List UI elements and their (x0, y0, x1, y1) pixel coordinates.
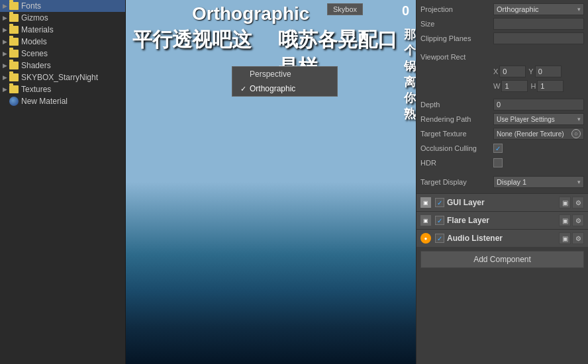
gui-layer-ref-btn[interactable]: ▣ (559, 197, 571, 208)
sidebar-label-models: Models (21, 37, 47, 46)
sidebar-item-skybox[interactable]: ▶ SKYBOX_StarryNight (0, 71, 125, 83)
projection-dropdown[interactable]: Orthographic ▾ (493, 3, 584, 15)
y-label: Y (528, 68, 533, 75)
gui-layer-component[interactable]: ▣ GUI Layer ▣ ⚙ (416, 193, 588, 211)
flare-layer-checkbox[interactable] (435, 216, 444, 225)
audio-listener-checkbox[interactable] (435, 234, 444, 243)
folder-icon-models (9, 38, 19, 46)
inspector-panel: Projection Orthographic ▾ Size Clipping … (416, 0, 588, 364)
orthographic-label: Orthographic (192, 3, 309, 24)
flare-layer-settings-btn[interactable]: ⚙ (572, 214, 584, 226)
target-texture-label: Target Texture (420, 130, 493, 138)
arrow-icon: ▶ (3, 50, 9, 57)
depth-value[interactable]: 0 (493, 99, 584, 111)
audio-listener-icon: ● (420, 233, 431, 244)
h-input[interactable] (537, 80, 564, 92)
gui-layer-icon: ▣ (420, 197, 431, 208)
folder-icon-textures (9, 85, 19, 93)
score-display: 0 (402, 3, 409, 19)
chevron-down-icon: ▾ (577, 6, 581, 13)
viewport-rect-label: Viewport Rect (420, 53, 493, 61)
arrow-icon: ▶ (3, 26, 9, 33)
dropdown-item-perspective[interactable]: Perspective (232, 67, 337, 81)
sidebar-label-scenes: Scenes (21, 49, 48, 58)
sidebar-item-gizmos[interactable]: ▶ Gizmos (0, 12, 125, 24)
x-label: X (493, 68, 498, 75)
add-component-button[interactable]: Add Component (420, 251, 584, 268)
center-game-view: Orthographic Skybox 0 平行透视吧这 哦苏各晃配口 是样 那… (126, 0, 416, 364)
size-row: Size (420, 17, 584, 30)
folder-icon-scenes (9, 50, 19, 58)
overlay-chinese-1: 平行透视吧这 (132, 26, 252, 54)
depth-row: Depth 0 (420, 98, 584, 111)
audio-listener-ref-btn[interactable]: ▣ (559, 232, 571, 244)
rendering-path-dropdown[interactable]: Use Player Settings ▾ (493, 113, 584, 125)
depth-label: Depth (420, 101, 493, 109)
w-input[interactable] (501, 80, 528, 92)
dropdown-popup: Perspective ✓ Orthographic (232, 66, 338, 97)
viewport-rect-row: Viewport Rect (420, 50, 584, 64)
clipping-planes-row: Clipping Planes (420, 32, 584, 45)
sidebar-item-fonts[interactable]: ▶ Fonts (0, 0, 125, 12)
dropdown-item-orthographic[interactable]: ✓ Orthographic (232, 81, 337, 96)
chevron-down-icon-3: ▾ (577, 179, 581, 185)
size-value[interactable] (493, 18, 584, 30)
y-coord: Y (528, 66, 561, 77)
sidebar-item-shaders[interactable]: ▶ Shaders (0, 60, 125, 71)
sidebar-item-models[interactable]: ▶ Models (0, 36, 125, 48)
occlusion-culling-checkbox[interactable] (493, 144, 503, 153)
audio-listener-settings-btn[interactable]: ⚙ (572, 232, 584, 244)
check-empty (240, 70, 250, 78)
arrow-icon: ▶ (3, 15, 9, 21)
target-texture-picker-btn[interactable]: ○ (571, 129, 581, 138)
sidebar: ▶ Fonts ▶ Gizmos ▶ Materials ▶ Models ▶ … (0, 0, 126, 364)
target-display-dropdown[interactable]: Display 1 ▾ (493, 176, 584, 188)
sidebar-item-scenes[interactable]: ▶ Scenes (0, 48, 125, 60)
target-display-label: Target Display (420, 178, 493, 186)
folder-icon-skybox (9, 73, 19, 81)
check-mark-icon: ✓ (240, 85, 250, 93)
rendering-path-label: Rendering Path (420, 115, 493, 123)
x-input[interactable] (499, 66, 526, 77)
material-icon (9, 97, 19, 106)
occlusion-culling-row: Occlusion Culling (420, 142, 584, 155)
h-label: H (530, 82, 536, 90)
xy-group: X Y (493, 66, 584, 77)
projection-label: Projection (420, 5, 493, 13)
gui-layer-name: GUI Layer (447, 198, 558, 207)
clipping-planes-value[interactable] (493, 32, 584, 44)
flare-layer-icon: ▣ (420, 215, 431, 226)
folder-icon-gizmos (9, 14, 19, 22)
sidebar-label-gizmos: Gizmos (21, 13, 48, 23)
arrow-icon: ▶ (3, 62, 9, 69)
sidebar-label-textures: Textures (21, 85, 51, 94)
gui-layer-checkbox[interactable] (435, 198, 444, 207)
camera-settings: Projection Orthographic ▾ Size Clipping … (416, 0, 588, 193)
h-coord: H (530, 80, 564, 92)
target-texture-value[interactable]: None (Render Texture) ○ (493, 128, 584, 140)
hdr-row: HDR (420, 156, 584, 169)
hdr-label: HDR (420, 159, 493, 167)
sidebar-item-new-material[interactable]: ▶ New Material (0, 95, 125, 107)
arrow-icon: ▶ (3, 86, 9, 93)
flare-layer-ref-btn[interactable]: ▣ (559, 214, 571, 226)
w-coord: W (493, 80, 528, 92)
hdr-checkbox[interactable] (493, 158, 503, 167)
w-label: W (493, 82, 500, 90)
sidebar-item-textures[interactable]: ▶ Textures (0, 83, 125, 95)
target-texture-row: Target Texture None (Render Texture) ○ (420, 127, 584, 140)
folder-icon-materials (9, 26, 19, 34)
projection-row: Projection Orthographic ▾ (420, 3, 584, 16)
audio-listener-component[interactable]: ● Audio Listener ▣ ⚙ (416, 229, 588, 247)
sidebar-label-shaders: Shaders (21, 61, 51, 70)
flare-layer-component[interactable]: ▣ Flare Layer ▣ ⚙ (416, 211, 588, 229)
y-input[interactable] (535, 66, 562, 77)
arrow-icon: ▶ (3, 38, 9, 45)
wh-row: W H (420, 79, 584, 93)
skybox-button[interactable]: Skybox (327, 3, 363, 15)
folder-icon-fonts (9, 2, 19, 10)
gui-layer-settings-btn[interactable]: ⚙ (572, 197, 584, 208)
xy-row: X Y (420, 65, 584, 78)
chevron-down-icon-2: ▾ (577, 116, 581, 122)
sidebar-item-materials[interactable]: ▶ Materials (0, 24, 125, 36)
